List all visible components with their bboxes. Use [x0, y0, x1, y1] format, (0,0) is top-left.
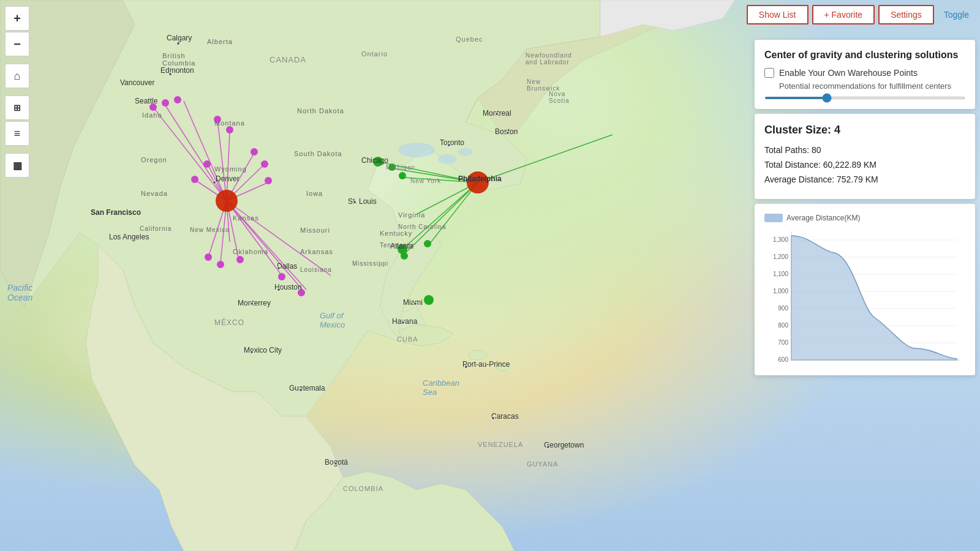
svg-text:5: 5	[913, 362, 917, 363]
chart-panel: Average Distance(KM) 600 700 800 900 1,0…	[755, 204, 975, 375]
svg-point-2	[398, 143, 435, 157]
svg-text:4: 4	[872, 362, 876, 363]
total-paths: Total Paths: 80	[764, 145, 965, 155]
svg-point-1	[496, 364, 508, 371]
chart-legend: Average Distance(KM)	[764, 214, 965, 222]
settings-button[interactable]: Settings	[878, 5, 934, 24]
gravity-panel: Center of gravity and clustering solutio…	[755, 40, 975, 109]
svg-point-0	[469, 350, 487, 360]
svg-point-4	[458, 148, 473, 156]
toggle-button[interactable]: Toggle	[938, 6, 975, 23]
total-distance: Total Distance: 60,222.89 KM	[764, 160, 965, 170]
left-toolbar: + − ⌂ ⊞ ≡ ▦	[5, 6, 29, 178]
zoom-out-button[interactable]: −	[5, 32, 29, 56]
gravity-panel-title: Center of gravity and clustering solutio…	[764, 50, 965, 61]
toolbar: Show List + Favorite Settings Toggle	[747, 5, 975, 24]
right-panel: Center of gravity and clustering solutio…	[755, 40, 975, 375]
home-button[interactable]: ⌂	[5, 64, 29, 88]
svg-text:2: 2	[790, 362, 793, 363]
menu-button[interactable]: ≡	[5, 121, 29, 146]
svg-text:6: 6	[955, 362, 959, 363]
zoom-in-button[interactable]: +	[5, 6, 29, 31]
svg-text:1,300: 1,300	[773, 236, 788, 243]
svg-text:600: 600	[778, 356, 788, 363]
svg-text:800: 800	[778, 322, 788, 329]
svg-text:900: 900	[778, 305, 788, 312]
panel-subtitle: Potential recommendations for fulfillmen…	[779, 81, 965, 91]
svg-text:3: 3	[832, 362, 836, 363]
cluster-panel: Cluster Size: 4 Total Paths: 80 Total Di…	[755, 114, 975, 199]
svg-text:700: 700	[778, 339, 788, 346]
svg-text:1,100: 1,100	[773, 271, 788, 277]
favorite-button[interactable]: + Favorite	[812, 5, 875, 24]
own-warehouse-label: Enable Your Own Warehouse Points	[779, 68, 918, 78]
distance-chart: 600 700 800 900 1,000 1,100 1,200 1,300	[764, 228, 965, 363]
qr-button[interactable]: ▦	[5, 153, 29, 178]
legend-color-box	[764, 214, 783, 222]
own-warehouse-checkbox[interactable]	[764, 68, 774, 78]
avg-distance: Average Distance: 752.79 KM	[764, 174, 965, 184]
cluster-title: Cluster Size: 4	[764, 124, 965, 137]
svg-point-3	[438, 154, 456, 164]
legend-label: Average Distance(KM)	[786, 214, 861, 222]
svg-text:1,000: 1,000	[773, 288, 788, 294]
show-list-button[interactable]: Show List	[747, 5, 809, 24]
warehouse-slider[interactable]	[764, 97, 965, 99]
layers-button[interactable]: ⊞	[5, 96, 29, 120]
svg-text:1,200: 1,200	[773, 253, 788, 260]
